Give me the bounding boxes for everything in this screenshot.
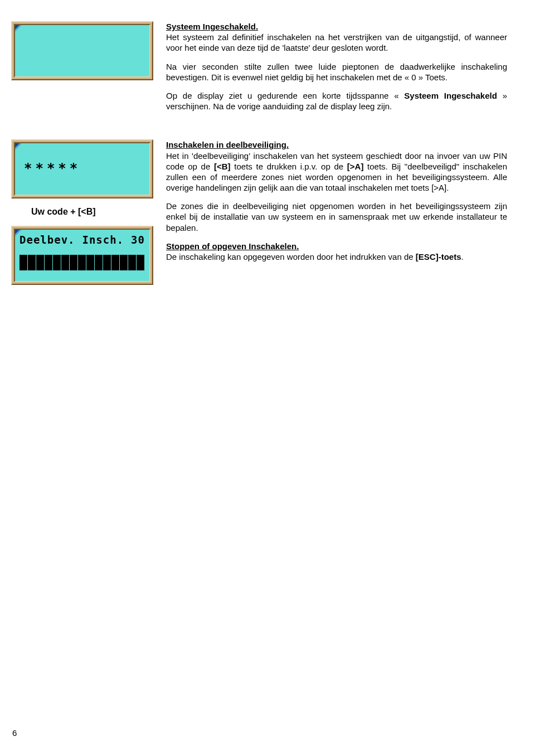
display-deelbev-screen: Deelbev. Insch. 30 — [14, 229, 150, 282]
display-deelbev-label1: Deelbev. — [20, 233, 75, 246]
display-corner-icon — [15, 143, 22, 150]
section2-a-t2: toets te drukken i.p.v. op de — [231, 162, 347, 171]
display-corner-icon — [15, 230, 22, 236]
display-pin-screen: ***** — [14, 142, 150, 196]
section2-heading-a: Inschakelen in deelbeveiliging. — [166, 140, 289, 149]
display-pin: ***** — [11, 139, 153, 198]
section1-text3b: Systeem Ingeschakeld — [404, 91, 497, 100]
display-deelbev: Deelbev. Insch. 30 — [11, 226, 153, 285]
caption-code: Uw code + [<B] — [31, 206, 96, 217]
display-blank — [11, 21, 153, 80]
section1-heading: Systeem Ingeschakeld. — [166, 22, 258, 31]
section1-text3a: Op de display ziet u gedurende een korte… — [166, 91, 404, 100]
section2-c-t2: . — [461, 252, 463, 261]
display-blank-screen — [14, 24, 150, 77]
section2-c-k1: [ESC]-toets — [416, 252, 461, 261]
section2-a-k1: [<B] — [214, 162, 231, 171]
display-deelbev-count: 30 — [131, 233, 145, 246]
display-progress-bar — [20, 255, 145, 270]
section2-c-t1: De inschakeling kan opgegeven worden doo… — [166, 252, 416, 261]
section1-text1: Het systeem zal definitief inschakelen n… — [166, 32, 507, 52]
section2-a-k2: [>A] — [347, 162, 364, 171]
display-pin-stars: ***** — [24, 160, 81, 177]
section2-heading-c: Stoppen of opgeven Inschakelen. — [166, 241, 299, 251]
section1-text2: Na vier seconden stilte zullen twee luid… — [166, 62, 507, 82]
section2-b: De zones die in deelbeveiliging niet opg… — [166, 201, 507, 232]
display-corner-icon — [15, 25, 22, 32]
display-deelbev-label2: Insch. — [82, 233, 124, 246]
